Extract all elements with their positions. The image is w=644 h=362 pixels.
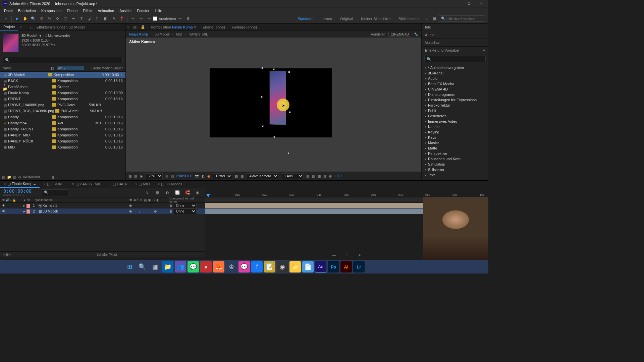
bit-depth[interactable]: 8-Bit-Kanal xyxy=(23,175,40,179)
breadcrumb-item[interactable]: HANDY_MID xyxy=(189,33,209,36)
timeline-tab[interactable]: × ▢ BACK xyxy=(106,181,131,187)
zoom-slider[interactable]: ○ xyxy=(346,253,348,256)
quality-select[interactable]: Drittel xyxy=(213,173,232,179)
workspace-tab[interactable]: Original xyxy=(339,15,354,22)
col-duration[interactable]: Medien-Dauer xyxy=(101,66,123,70)
menu-bearbeiten[interactable]: Bearbeiten xyxy=(15,8,39,13)
effect-category[interactable]: ▸Perspektive xyxy=(422,151,488,156)
comp-tab[interactable]: Komposition Finale Komp ≡ xyxy=(149,24,197,30)
illustrator-icon[interactable]: Ai xyxy=(340,261,352,273)
view-axis-icon[interactable]: ⊹ xyxy=(145,15,153,22)
alpha-icon[interactable]: ▦ xyxy=(128,174,131,178)
file-explorer-icon[interactable]: 📁 xyxy=(289,261,301,273)
selection-tool[interactable]: ▶ xyxy=(13,15,21,22)
effect-category[interactable]: ▸Simulation xyxy=(422,162,488,167)
workspace-tab[interactable]: Kleiner Bildschirm xyxy=(360,15,391,22)
menu-ansicht[interactable]: Ansicht xyxy=(117,8,134,13)
project-search-input[interactable] xyxy=(3,57,123,63)
zoom-out-icon[interactable]: ▬ xyxy=(332,253,336,256)
zoom-in-icon[interactable]: ▲ xyxy=(358,253,361,256)
col-size[interactable]: Größe xyxy=(84,66,101,70)
playhead[interactable] xyxy=(208,188,208,197)
new-comp-icon[interactable]: ▦ xyxy=(13,175,16,179)
guides-icon[interactable]: ▤ xyxy=(171,174,174,178)
timeline-search-input[interactable] xyxy=(42,189,68,196)
breadcrumb-item[interactable]: MID xyxy=(176,33,182,36)
3d-layer[interactable] xyxy=(270,71,286,125)
fast-preview-icon[interactable]: ▦ xyxy=(312,174,315,178)
effect-category[interactable]: ▸* Animationsvorgaben xyxy=(422,65,488,70)
settings-icon[interactable]: ⚙ xyxy=(18,175,21,179)
viewport[interactable]: Aktive Kamera ➤ xyxy=(126,38,421,172)
app-icon[interactable]: ♔ xyxy=(226,261,237,273)
firefox-icon[interactable]: 🦊 xyxy=(213,261,224,273)
snap-icon[interactable]: 🧲 xyxy=(184,189,191,196)
project-list[interactable]: ▦3D ModellKomposition0:00:10:00⊹▦BACKKom… xyxy=(0,72,125,174)
mask-icon[interactable]: ◉ xyxy=(140,174,143,178)
help-search[interactable]: 🔍 xyxy=(439,15,485,22)
menu-animation[interactable]: Animation xyxy=(95,8,117,13)
minimize-button[interactable]: — xyxy=(452,1,462,7)
menu-hilfe[interactable]: Hilfe xyxy=(152,8,165,13)
brush-tool[interactable]: 🖌 xyxy=(86,15,93,22)
region-icon[interactable]: ▦ xyxy=(235,174,238,178)
views-select[interactable]: 1 Ansi... xyxy=(281,173,304,179)
menu-datei[interactable]: Datei xyxy=(1,8,15,13)
project-row[interactable]: ▦HANDY_RÜCKKomposition0:00:13:16 xyxy=(0,138,125,144)
transform-handle[interactable] xyxy=(262,125,264,127)
flowchart-icon[interactable]: ▦ xyxy=(323,174,326,178)
info-tab[interactable]: Info xyxy=(422,23,488,31)
timeline-icon[interactable]: ▦ xyxy=(318,174,321,178)
project-row[interactable]: ▽Handy.mp4AVI... MB0:00:13:16 xyxy=(0,120,125,126)
teams-icon[interactable]: 👥 xyxy=(175,261,186,273)
brainstorm-icon[interactable]: ⊹ xyxy=(8,253,11,256)
explorer-icon[interactable]: 📁 xyxy=(162,261,173,273)
zoom-select[interactable]: 25% xyxy=(146,173,163,179)
graph-icon[interactable]: 📈 xyxy=(174,189,181,196)
project-row[interactable]: ▸ 📁FarbflächenOrdner xyxy=(0,84,125,90)
effect-category[interactable]: ▸Maske xyxy=(422,140,488,145)
toggle-switches-icon[interactable]: ⊹ xyxy=(3,253,5,256)
auto-key-icon[interactable]: ◉ xyxy=(194,189,201,196)
grid-icon[interactable]: ⊞ xyxy=(165,174,168,178)
render-queue-icon[interactable]: ▦ xyxy=(5,253,8,256)
preview-tab[interactable]: Vorschau xyxy=(422,39,488,47)
menu-komposition[interactable]: Komposition xyxy=(39,8,64,13)
effect-controls-tab[interactable]: Effekteinstellungen 3D Modell xyxy=(33,24,89,30)
project-row[interactable]: ▨FRONT_1840886.pngPNG-Datei596 KB xyxy=(0,102,125,108)
col-name[interactable]: Name xyxy=(3,66,51,70)
snap-edge-icon[interactable]: ⊹ xyxy=(176,15,184,22)
lock-col-icon[interactable]: 🔒 xyxy=(12,198,16,202)
transform-handle[interactable] xyxy=(261,96,263,98)
menu-fenster[interactable]: Fenster xyxy=(134,8,152,13)
panel-menu-icon[interactable]: ≡ xyxy=(483,48,485,52)
tab-nav-icon[interactable]: ▦ xyxy=(133,25,137,29)
transform-handle[interactable] xyxy=(273,68,275,70)
orbit-tool[interactable]: ⟲ xyxy=(38,15,45,22)
snapshot-icon[interactable]: 📷 xyxy=(195,174,199,178)
effect-category[interactable]: ▸CINEMA 4D xyxy=(422,86,488,92)
timeline-tab[interactable]: × ▢ HANDY_MID xyxy=(68,181,106,187)
trash-icon[interactable]: 🗑 xyxy=(52,175,55,179)
col-label-icon[interactable]: ◧ xyxy=(51,66,57,70)
taskbar-search-icon[interactable]: 🔍 xyxy=(137,261,148,273)
messenger-icon[interactable]: 💬 xyxy=(238,261,250,273)
timeline-tab[interactable]: × ▢ MID xyxy=(131,181,154,187)
transform-handle[interactable] xyxy=(289,111,291,113)
transform-handle[interactable] xyxy=(288,71,290,73)
exposure-value[interactable]: +0,0 xyxy=(335,174,341,178)
effect-category[interactable]: ▸Matte xyxy=(422,145,488,151)
effects-list[interactable]: ▸* Animationsvorgaben▸3D-Kanal▸Audio▸Bor… xyxy=(422,64,488,180)
maximize-button[interactable]: ☐ xyxy=(464,1,474,7)
audio-tab[interactable]: Audio xyxy=(422,31,488,39)
mode-switch-icon[interactable]: ★ ◈ \ ☆ ▦ ◉ ⊙ ◐ xyxy=(129,198,160,202)
effect-category[interactable]: ▸Rauschen und Korn xyxy=(422,156,488,162)
new-folder-icon[interactable]: 📁 xyxy=(7,175,11,179)
project-row[interactable]: ▦Handy_FRONTKomposition0:00:13:16 xyxy=(0,126,125,132)
local-axis-icon[interactable]: ⊹ xyxy=(129,15,137,22)
transform-handle[interactable] xyxy=(273,136,275,138)
text-tool[interactable]: T xyxy=(78,15,85,22)
effect-category[interactable]: ▸Boris FX Mocha xyxy=(422,81,488,86)
home-icon[interactable]: ⌂ xyxy=(2,15,10,22)
color-mgmt-icon[interactable]: ◉ xyxy=(207,174,210,178)
